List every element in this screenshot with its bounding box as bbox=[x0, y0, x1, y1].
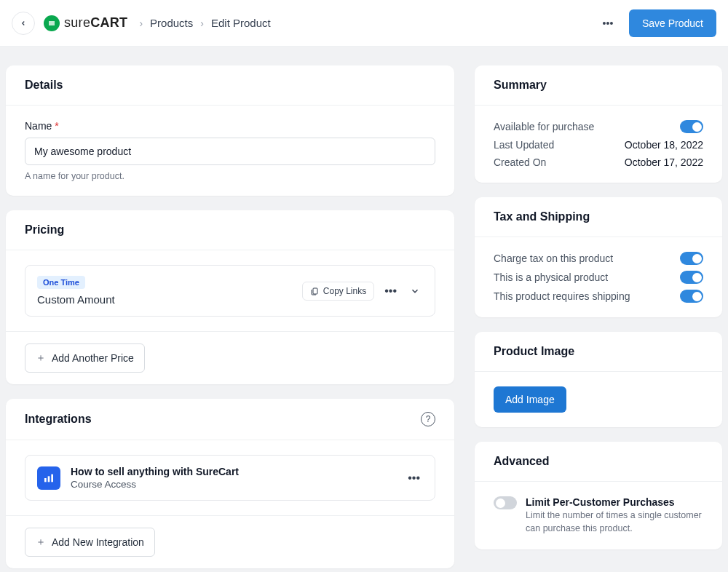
integrations-heading: Integrations bbox=[25, 413, 92, 426]
plus-icon: ＋ bbox=[36, 351, 46, 365]
price-item: One Time Custom Amount Copy Links ••• bbox=[25, 265, 435, 317]
name-hint: A name for your product. bbox=[25, 171, 435, 181]
help-icon[interactable]: ? bbox=[421, 412, 435, 426]
integrations-card: Integrations ? How to sell anything with… bbox=[6, 399, 454, 568]
clipboard-icon bbox=[310, 287, 319, 295]
dots-icon: ••• bbox=[603, 17, 614, 29]
price-expand-button[interactable] bbox=[407, 283, 423, 299]
limit-purchases-toggle[interactable] bbox=[494, 496, 517, 509]
details-card: Details Name * A name for your product. bbox=[6, 65, 454, 196]
product-image-heading: Product Image bbox=[494, 345, 574, 358]
save-product-button[interactable]: Save Product bbox=[629, 9, 716, 37]
add-integration-label: Add New Integration bbox=[52, 536, 144, 548]
copy-links-label: Copy Links bbox=[323, 286, 366, 296]
price-badge: One Time bbox=[37, 276, 85, 289]
available-toggle[interactable] bbox=[680, 120, 703, 133]
available-label: Available for purchase bbox=[494, 121, 594, 132]
created-on-value: October 17, 2022 bbox=[625, 156, 703, 168]
svg-rect-2 bbox=[48, 476, 50, 482]
pricing-card: Pricing One Time Custom Amount Copy Link… bbox=[6, 210, 454, 384]
svg-rect-3 bbox=[51, 474, 53, 482]
last-updated-value: October 18, 2022 bbox=[625, 139, 703, 151]
more-button[interactable]: ••• bbox=[596, 11, 620, 36]
svg-rect-0 bbox=[313, 288, 317, 294]
chevron-left-icon bbox=[20, 20, 27, 27]
physical-label: This is a physical product bbox=[494, 271, 608, 283]
topbar: sureCART › Products › Edit Product ••• S… bbox=[0, 0, 728, 47]
last-updated-label: Last Updated bbox=[494, 139, 554, 151]
created-on-label: Created On bbox=[494, 156, 546, 168]
add-price-label: Add Another Price bbox=[52, 352, 134, 364]
breadcrumb-products[interactable]: Products bbox=[150, 17, 193, 29]
advanced-heading: Advanced bbox=[494, 455, 549, 468]
limit-sub: Limit the number of times a single custo… bbox=[526, 509, 703, 535]
breadcrumb-edit-product: Edit Product bbox=[211, 17, 271, 29]
requires-shipping-label: This product requires shipping bbox=[494, 290, 630, 302]
add-price-button[interactable]: ＋ Add Another Price bbox=[25, 343, 145, 373]
charge-tax-toggle[interactable] bbox=[680, 252, 703, 265]
pricing-heading: Pricing bbox=[25, 223, 64, 237]
add-image-button[interactable]: Add Image bbox=[494, 386, 566, 413]
physical-toggle[interactable] bbox=[680, 271, 703, 284]
back-button[interactable] bbox=[12, 12, 35, 35]
chevron-right-icon: › bbox=[200, 17, 204, 29]
add-integration-button[interactable]: ＋ Add New Integration bbox=[25, 528, 155, 557]
chevron-right-icon: › bbox=[139, 17, 143, 29]
advanced-card: Advanced Limit Per-Customer Purchases Li… bbox=[475, 442, 722, 549]
name-input[interactable] bbox=[25, 138, 435, 165]
logo-mark-icon bbox=[44, 15, 60, 31]
integration-more-button[interactable]: ••• bbox=[405, 469, 423, 488]
charge-tax-label: Charge tax on this product bbox=[494, 253, 613, 264]
summary-card: Summary Available for purchase Last Upda… bbox=[475, 65, 722, 183]
logo: sureCART bbox=[44, 15, 127, 31]
svg-rect-1 bbox=[44, 478, 47, 482]
limit-title: Limit Per-Customer Purchases bbox=[526, 496, 703, 508]
breadcrumb: › Products › Edit Product bbox=[139, 17, 270, 29]
name-label: Name * bbox=[25, 120, 435, 132]
price-more-button[interactable]: ••• bbox=[381, 282, 400, 301]
details-heading: Details bbox=[25, 79, 63, 92]
integration-icon bbox=[37, 466, 60, 490]
price-name: Custom Amount bbox=[37, 293, 115, 306]
tax-heading: Tax and Shipping bbox=[494, 210, 590, 223]
integration-item: How to sell anything with SureCart Cours… bbox=[25, 455, 435, 501]
integration-title: How to sell anything with SureCart bbox=[71, 466, 395, 477]
summary-heading: Summary bbox=[494, 79, 547, 92]
logo-text: sureCART bbox=[64, 15, 127, 31]
plus-icon: ＋ bbox=[36, 536, 46, 549]
requires-shipping-toggle[interactable] bbox=[680, 290, 703, 303]
copy-links-button[interactable]: Copy Links bbox=[302, 282, 374, 301]
tax-shipping-card: Tax and Shipping Charge tax on this prod… bbox=[475, 197, 722, 317]
product-image-card: Product Image Add Image bbox=[475, 332, 722, 427]
integration-sub: Course Access bbox=[71, 479, 395, 490]
